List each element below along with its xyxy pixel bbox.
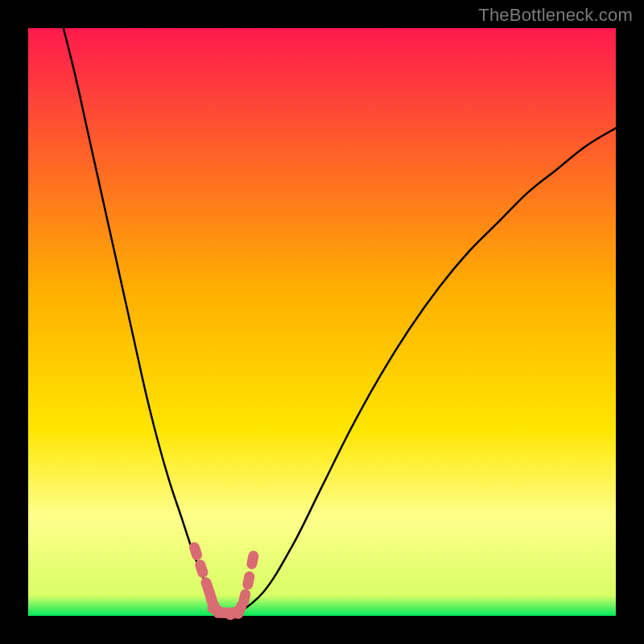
marker-dot [194,547,196,555]
marker-dot [252,556,254,564]
marker-dot [244,594,246,602]
chart-frame: TheBottleneck.com [0,0,644,644]
marker-dot [238,606,242,613]
marker-dot [248,576,250,584]
marker-dot [200,565,203,572]
bottleneck-chart [0,0,644,644]
plot-background [28,28,616,616]
